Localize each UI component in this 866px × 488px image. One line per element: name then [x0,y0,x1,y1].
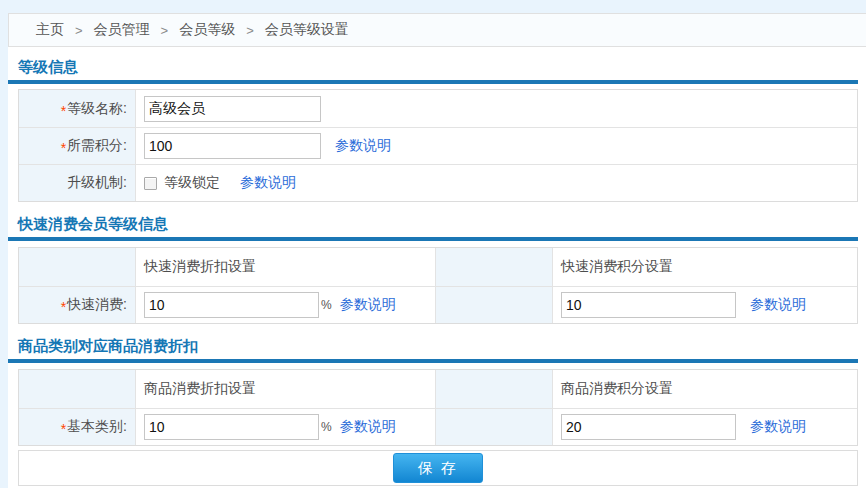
required-points-label: 所需积分: [67,137,127,155]
save-bar: 保 存 [18,450,858,486]
breadcrumb-item-member-management[interactable]: 会员管理 [94,21,150,39]
section-underline-bar [8,359,858,363]
breadcrumb-separator: > [75,23,83,38]
required-asterisk: * [61,140,66,156]
upgrade-mechanism-value-cell: 等级锁定 参数说明 [136,165,857,201]
table-row-upgrade-mechanism: 升级机制: 等级锁定 参数说明 [19,164,857,201]
param-description-link[interactable]: 参数说明 [340,418,396,436]
breadcrumb: 主页 > 会员管理 > 会员等级 > 会员等级设置 [8,13,866,47]
product-points-value-cell: 参数说明 [553,409,857,445]
percent-sign: % [321,298,332,312]
breadcrumb-item-member-level[interactable]: 会员等级 [179,21,235,39]
required-points-label-cell: * 所需积分: [19,128,136,164]
quick-discount-value-cell: % 参数说明 [136,287,436,323]
empty-label-cell [436,287,553,323]
section-title-quick-consumption: 快速消费会员等级信息 [18,215,858,233]
level-name-value-cell [136,90,857,127]
save-button[interactable]: 保 存 [393,453,483,483]
required-asterisk: * [61,103,66,119]
quick-consumption-label-cell: * 快速消费: [19,287,136,323]
param-description-link[interactable]: 参数说明 [750,418,806,436]
quick-discount-header: 快速消费折扣设置 [136,248,436,286]
upgrade-mechanism-label-cell: 升级机制: [19,165,136,201]
product-category-table: 商品消费折扣设置 商品消费积分设置 * 基本类别: % 参数说明 参数说明 [18,369,858,446]
empty-label-cell [19,370,136,408]
quick-consumption-data-row: * 快速消费: % 参数说明 参数说明 [19,286,857,323]
param-description-link[interactable]: 参数说明 [335,137,391,155]
empty-label-cell [436,370,553,408]
section-underline-bar [8,80,858,84]
basic-category-label-cell: * 基本类别: [19,409,136,445]
required-asterisk: * [61,299,66,315]
basic-category-label: 基本类别: [67,418,127,436]
required-points-value-cell: 参数说明 [136,128,857,164]
section-underline-bar [8,237,858,241]
breadcrumb-separator: > [161,23,169,38]
level-name-label-cell: * 等级名称: [19,90,136,127]
upgrade-mechanism-label: 升级机制: [67,174,127,192]
product-category-data-row: * 基本类别: % 参数说明 参数说明 [19,408,857,445]
product-discount-value-cell: % 参数说明 [136,409,436,445]
required-asterisk: * [61,421,66,437]
level-info-table: * 等级名称: * 所需积分: 参数说明 升级机制: 等级锁定 [18,89,858,202]
quick-points-header: 快速消费积分设置 [553,248,857,286]
level-lock-checkbox-label: 等级锁定 [164,174,220,192]
quick-consumption-label: 快速消费: [67,296,127,314]
param-description-link[interactable]: 参数说明 [340,296,396,314]
quick-consumption-table: 快速消费折扣设置 快速消费积分设置 * 快速消费: % 参数说明 参数说明 [18,247,858,324]
empty-label-cell [436,248,553,286]
product-points-header: 商品消费积分设置 [553,370,857,408]
product-category-header-row: 商品消费折扣设置 商品消费积分设置 [19,370,857,408]
empty-label-cell [436,409,553,445]
quick-points-input[interactable] [561,292,736,318]
section-title-product-category: 商品类别对应商品消费折扣 [18,337,858,355]
quick-discount-input[interactable] [144,292,319,318]
table-row-required-points: * 所需积分: 参数说明 [19,127,857,164]
page-left-strip [0,0,8,488]
percent-sign: % [321,420,332,434]
empty-label-cell [19,248,136,286]
breadcrumb-item-current-page: 会员等级设置 [265,21,349,39]
quick-consumption-header-row: 快速消费折扣设置 快速消费积分设置 [19,248,857,286]
level-name-label: 等级名称: [67,100,127,118]
product-discount-input[interactable] [144,414,319,440]
level-lock-checkbox[interactable] [144,177,157,190]
main-content: 等级信息 * 等级名称: * 所需积分: 参数说明 升级机制: [8,47,858,486]
breadcrumb-item-home[interactable]: 主页 [36,21,64,39]
param-description-link[interactable]: 参数说明 [240,174,296,192]
level-name-input[interactable] [144,96,321,122]
product-points-input[interactable] [561,414,736,440]
page-top-band [0,0,866,13]
required-points-input[interactable] [144,133,321,159]
table-row-level-name: * 等级名称: [19,90,857,127]
section-title-level-info: 等级信息 [18,58,858,76]
breadcrumb-separator: > [246,23,254,38]
param-description-link[interactable]: 参数说明 [750,296,806,314]
quick-points-value-cell: 参数说明 [553,287,857,323]
product-discount-header: 商品消费折扣设置 [136,370,436,408]
